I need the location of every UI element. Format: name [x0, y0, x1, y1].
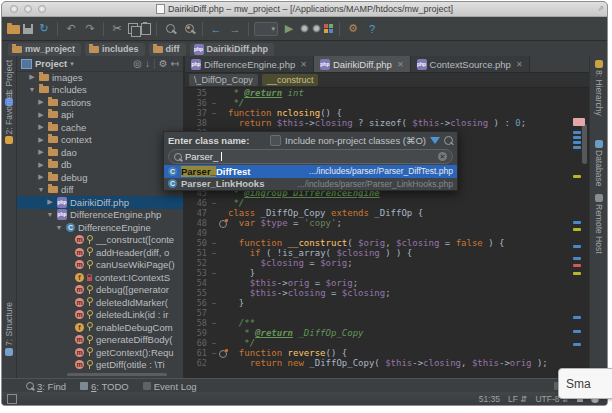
override-marker-icon[interactable] — [219, 220, 227, 228]
fold-marker-icon[interactable]: − — [210, 239, 219, 248]
breadcrumb-diff[interactable]: diff — [149, 43, 186, 56]
pin-icon[interactable] — [444, 136, 453, 145]
close-window-button[interactable] — [10, 5, 18, 13]
tree-horizontal-scrollbar[interactable] — [67, 373, 167, 376]
fold-marker-icon[interactable]: − — [210, 299, 219, 308]
tool-button-remote-host[interactable]: Remote Host — [590, 194, 607, 254]
tree-item[interactable]: ▶cache — [17, 121, 183, 134]
expanded-arrow-icon[interactable]: ▼ — [46, 211, 54, 218]
tree-item[interactable]: mdeletedLink(id : ir — [17, 309, 183, 322]
tree-item[interactable]: ▼diff — [17, 184, 183, 197]
tool-button-7-structure[interactable]: 7: Structure — [2, 302, 16, 356]
expanded-arrow-icon[interactable]: ▼ — [55, 224, 63, 231]
popup-result-row[interactable]: CParser_DiffTest.../includes/parser/Pars… — [164, 165, 457, 178]
filter-icon[interactable] — [430, 137, 440, 144]
redo-icon[interactable]: ↷ — [82, 21, 98, 37]
tree-item[interactable]: fenableDebugCom — [17, 321, 183, 334]
collapsed-arrow-icon[interactable]: ▶ — [37, 136, 45, 144]
save-icon[interactable] — [23, 24, 33, 34]
tree-item[interactable]: ▶db — [17, 159, 183, 172]
tree-item[interactable]: ▼includes — [17, 84, 183, 97]
expanded-arrow-icon[interactable]: ▼ — [28, 86, 36, 93]
fold-marker-icon[interactable]: − — [210, 349, 219, 358]
tree-item[interactable]: ▶images — [17, 71, 183, 84]
editor-scrollbar[interactable] — [582, 124, 587, 164]
expanded-arrow-icon[interactable]: ▼ — [37, 186, 45, 193]
popup-result-row[interactable]: CParser_LinkHooks.../includes/parser/Par… — [164, 178, 457, 191]
forward-icon[interactable]: → — [227, 21, 243, 37]
settings-icon[interactable]: ⚙ — [159, 58, 168, 69]
tool-button-event-log[interactable]: Event Log — [143, 381, 197, 392]
tree-item[interactable]: mgenerateDiffBody( — [17, 334, 183, 347]
title-bar[interactable]: DairikiDiff.php – mw_project – [/Applica… — [2, 2, 607, 17]
sync-icon[interactable]: ↻ — [36, 21, 52, 37]
tree-item[interactable]: ▼phpDifferenceEngine.php — [17, 209, 183, 222]
close-icon[interactable]: ✕ — [516, 60, 523, 69]
caret-position[interactable]: 51:35 — [479, 394, 500, 404]
debug-icon[interactable] — [300, 24, 309, 33]
tool-button-database[interactable]: Database — [590, 140, 607, 186]
undo-icon[interactable]: ↶ — [63, 21, 79, 37]
tree-item[interactable]: mgetContext():Requ — [17, 346, 183, 359]
search-icon[interactable] — [162, 21, 178, 37]
settings-icon[interactable]: ⚙ — [345, 21, 361, 37]
collapse-all-icon[interactable]: ↓ — [145, 58, 150, 69]
collapsed-arrow-icon[interactable]: ▶ — [37, 123, 45, 131]
tree-item[interactable]: mdebug([generator — [17, 284, 183, 297]
copy-icon[interactable] — [128, 23, 138, 34]
coverage-icon[interactable] — [324, 24, 334, 34]
fold-marker-icon[interactable]: − — [210, 99, 219, 108]
collapsed-arrow-icon[interactable]: ▶ — [37, 111, 45, 119]
breadcrumb-includes[interactable]: includes — [85, 43, 145, 56]
tree-item[interactable]: ▶phpDairikiDiff.php — [17, 196, 183, 209]
locate-icon[interactable]: ◎ — [133, 58, 142, 69]
minimize-window-button[interactable] — [24, 5, 32, 13]
hide-panel-icon[interactable]: ↤ — [171, 58, 179, 69]
breadcrumb-DairikiDiff.php[interactable]: phpDairikiDiff.php — [190, 43, 275, 56]
help-icon[interactable]: ? — [364, 21, 380, 37]
back-icon[interactable]: ← — [208, 21, 224, 37]
tree-item[interactable]: ▶context — [17, 134, 183, 147]
tree-item[interactable]: mcanUseWikiPage() — [17, 259, 183, 272]
editor-tab-ContextSource.php[interactable]: phpContextSource.php✕ — [411, 56, 530, 72]
cut-icon[interactable]: ✂ — [109, 21, 125, 37]
editor-tab-DairikiDiff.php[interactable]: phpDairikiDiff.php✕ — [314, 56, 411, 72]
paste-icon[interactable] — [141, 23, 151, 35]
close-icon[interactable]: ✕ — [300, 60, 307, 69]
collapsed-arrow-icon[interactable]: ▶ — [37, 173, 45, 181]
tree-item[interactable]: ▶api — [17, 109, 183, 122]
tree-item[interactable]: m__construct([conte — [17, 234, 183, 247]
tool-button-8-hierarchy[interactable]: 8: Hierarchy — [590, 60, 607, 116]
chevron-down-icon[interactable]: ▾ — [70, 60, 74, 68]
breadcrumb-mw_project[interactable]: mw_project — [8, 43, 81, 56]
include-non-project-checkbox[interactable] — [270, 135, 281, 146]
zoom-window-button[interactable] — [38, 5, 46, 13]
collapsed-arrow-icon[interactable]: ▶ — [37, 148, 45, 156]
scope-breadcrumb[interactable]: \_DiffOp_Copy — [189, 74, 258, 86]
fold-marker-icon[interactable]: − — [210, 249, 219, 258]
scope-breadcrumb[interactable]: __construct — [262, 74, 319, 86]
override-marker-icon[interactable] — [219, 350, 227, 358]
collapsed-arrow-icon[interactable]: ▶ — [28, 73, 36, 81]
tool-button-2-favorites[interactable]: 2: Favorites — [2, 90, 16, 144]
run-config-dropdown[interactable]: ▾ — [254, 22, 278, 36]
tree-item[interactable]: ▶debug — [17, 171, 183, 184]
editor-tab-DifferenceEngine.php[interactable]: phpDifferenceEngine.php✕ — [185, 56, 314, 72]
tree-item[interactable]: mgetDiff(otitle : \Ti — [17, 359, 183, 372]
class-name-input[interactable]: Parser_ ✕ — [168, 149, 453, 164]
tree-item[interactable]: ▼CDifferenceEngine — [17, 221, 183, 234]
close-icon[interactable]: ✕ — [397, 60, 404, 69]
collapsed-arrow-icon[interactable]: ▶ — [46, 198, 54, 206]
fold-marker-icon[interactable]: − — [210, 269, 219, 278]
line-separator-select[interactable]: LF ⇵ — [508, 394, 527, 404]
run-icon[interactable]: ▶ — [281, 21, 297, 37]
fold-marker-icon[interactable]: − — [210, 339, 219, 348]
tool-button-6[interactable]: 6: TODO — [80, 381, 129, 392]
collapsed-arrow-icon[interactable]: ▶ — [37, 98, 45, 106]
tool-button-3[interactable]: 3: Find — [26, 381, 66, 392]
tree-item[interactable]: fcontext:IContextS — [17, 271, 183, 284]
debug-disabled-icon[interactable] — [312, 24, 321, 33]
collapsed-arrow-icon[interactable]: ▶ — [37, 161, 45, 169]
tree-item[interactable]: mdeletedIdMarker( — [17, 296, 183, 309]
tree-item[interactable]: ▶dao — [17, 146, 183, 159]
